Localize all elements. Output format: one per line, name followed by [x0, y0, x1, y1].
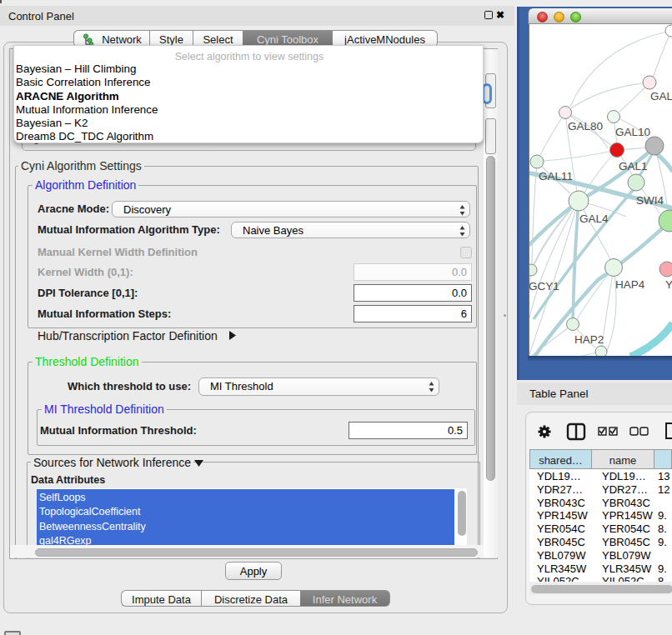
svg-text:GAL4: GAL4 [579, 212, 609, 225]
svg-text:GAL7: GAL7 [650, 90, 672, 102]
svg-text:HAP2: HAP2 [574, 333, 604, 346]
svg-text:GAL80: GAL80 [568, 120, 603, 132]
svg-text:GCY1: GCY1 [529, 280, 559, 292]
svg-text:SWI4: SWI4 [636, 194, 664, 207]
svg-text:HAP4: HAP4 [615, 278, 645, 291]
svg-text:GAL11: GAL11 [539, 170, 573, 182]
svg-text:Y: Y [665, 278, 672, 291]
svg-text:GAL10: GAL10 [615, 126, 650, 138]
svg-text:GAL1: GAL1 [619, 160, 648, 172]
